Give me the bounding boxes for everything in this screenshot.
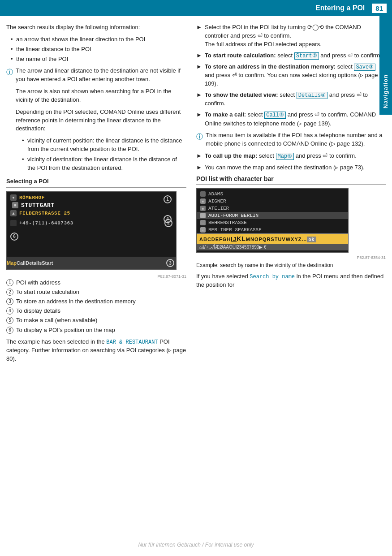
bullet-list: an arrow that shows the linear direction… xyxy=(6,35,186,64)
section-heading-poi-list: POI list with character bar xyxy=(196,175,386,182)
poi-list-row-berliner: ★ BERLINER SPARKASSE xyxy=(197,226,348,233)
arrow-item-2: ► To start route calculation: select Sta… xyxy=(196,52,386,60)
poi-bottom-bar-2: Back Save xyxy=(7,269,176,270)
poi-list-icon: ■ xyxy=(200,206,206,211)
num-circle-4: 4 xyxy=(6,307,13,315)
arrow-item-4: ► To show the detailed view: select Deta… xyxy=(196,91,386,108)
info-para-3: Depending on the POI selected, COMAND On… xyxy=(16,108,186,134)
arrow-text-3: To store an address in the destination m… xyxy=(205,63,386,88)
list-item: 5 To make a call (when available) xyxy=(6,316,186,324)
controller-icon: ⟳◯⟲ xyxy=(307,24,324,30)
num-circle-3: 3 xyxy=(6,298,13,305)
poi-image-ref: P82.87-8071-31 xyxy=(6,274,186,279)
poi-list-row-adams: ADAMS xyxy=(197,190,348,198)
poi-row-1: ● RÖMERHOF 1 xyxy=(10,194,172,201)
char-bar: ABCDEFGHIJKLMNOPQRSTUVWXYZ…ok xyxy=(197,233,348,244)
arrow-item-3: ► To store an address in the destination… xyxy=(196,63,386,88)
badge-2: 2 xyxy=(164,219,172,227)
item-text: To display details xyxy=(16,307,60,315)
right-column: ► Select the POI in the POI list by turn… xyxy=(194,23,386,367)
arrow-text-4: To show the detailed view: select Detail… xyxy=(205,91,386,108)
badge-6: 6 xyxy=(10,233,18,241)
poi-list-icon: □ xyxy=(200,220,206,225)
divider-2 xyxy=(196,184,386,185)
poi-row-icon-1: ● xyxy=(10,194,17,201)
item-text: To display a POI's position on the map xyxy=(16,326,115,334)
item-text: To start route calculation xyxy=(16,288,79,296)
highlight-search-by-name: Search by name xyxy=(250,274,295,280)
arrow-symbol: ► xyxy=(196,164,202,172)
header-title: Entering a POI xyxy=(315,4,365,12)
info-icon-2: ⓘ xyxy=(196,132,203,148)
page-number: 81 xyxy=(372,4,387,13)
poi-row-3: ▲ FILDERSTRASSE 25 4 xyxy=(10,210,172,216)
list-item: the name of the POI xyxy=(11,55,186,64)
sub-bullet-list: vicinity of current position: the linear… xyxy=(16,137,186,172)
info-text: The arrow and linear distance to the des… xyxy=(16,67,186,174)
arrow-item-6: ► To call up the map: select Map⑥ and pr… xyxy=(196,152,386,160)
poi-list-row-atelier: ■ ATELIER xyxy=(197,205,348,212)
arrow-list-2: ► To call up the map: select Map⑥ and pr… xyxy=(196,152,386,172)
num-circle-5: 5 xyxy=(6,317,13,324)
list-item: 1 POI with address xyxy=(6,279,186,287)
info-block-2: ⓘ This menu item is available if the POI… xyxy=(196,131,386,148)
poi-list-icon: ○ xyxy=(200,213,206,218)
poi-list-ref: P82.87-6354-31 xyxy=(196,255,386,260)
poi-list-text: ADAMS xyxy=(208,191,223,197)
list-item: 4 To display details xyxy=(6,307,186,315)
poi-list-text: AUDI-FORUM BERLIN xyxy=(208,213,258,218)
poi-list-text: BEHRENSTRASSE xyxy=(208,220,247,225)
code-call: Call⑤ xyxy=(264,112,286,119)
intro-paragraph: The search results display the following… xyxy=(6,23,186,32)
info-para-1: The arrow and linear distance to the des… xyxy=(16,67,186,84)
arrow-symbol: ► xyxy=(196,152,202,160)
poi-row-4: +49-(711)-6407363 2 xyxy=(10,219,172,227)
poi-list-image: ADAMS ■ AIGNER ■ ATELIER ○ AUDI-FORUM BE… xyxy=(196,188,349,253)
numbered-items-list: 1 POI with address 2 To start route calc… xyxy=(6,279,186,334)
poi-row-icon-3: ▲ xyxy=(10,210,17,216)
poi-row-text-2: STUTTGART xyxy=(21,202,55,209)
arrow-text-5: To make a call: select Call⑤ and press ⏎… xyxy=(205,111,386,128)
arrow-item-5: ► To make a call: select Call⑤ and press… xyxy=(196,111,386,128)
arrow-symbol: ► xyxy=(196,91,202,108)
arrow-text-7: You can move the map and select the dest… xyxy=(205,164,365,172)
list-item: 6 To display a POI's position on the map xyxy=(6,326,186,334)
poi-row-text-3: FILDERSTRASSE 25 xyxy=(19,211,70,216)
divider-1 xyxy=(6,187,186,188)
arrow-symbol: ► xyxy=(196,63,202,88)
list-item: 2 To start route calculation xyxy=(6,288,186,296)
info-text-2: This menu item is available if the POI h… xyxy=(206,131,386,148)
list-item: an arrow that shows the linear direction… xyxy=(11,35,186,44)
list-item: 3 To store an address in the destination… xyxy=(6,297,186,306)
arrow-text-6: To call up the map: select Map⑥ and pres… xyxy=(205,152,357,160)
arrow-symbol: ► xyxy=(196,52,202,60)
nav-tab: Navigation xyxy=(379,16,392,115)
poi-list-caption-text: Example: search by name in the vicinity … xyxy=(196,262,386,269)
poi-row-icon-4 xyxy=(10,220,17,226)
watermark: Nur für internen Gebrauch / For internal… xyxy=(0,542,392,548)
arrow-item-7: ► You can move the map and select the de… xyxy=(196,164,386,172)
num-circle-1: 1 xyxy=(6,279,13,286)
left-column: The search results display the following… xyxy=(6,23,194,367)
poi-list-note: If you have selected Search by name in t… xyxy=(196,272,386,289)
highlight-bar-restaurant: BAR & RESTAURANT xyxy=(106,339,158,345)
example-paragraph: The example has been selected in the BAR… xyxy=(6,338,186,363)
poi-btn-call: Call xyxy=(17,260,26,266)
info-icon: ⓘ xyxy=(6,67,13,174)
badge-1: 1 xyxy=(164,195,172,203)
item-text: To store an address in the destination m… xyxy=(16,297,136,306)
poi-list-text: AIGNER xyxy=(208,198,226,204)
sub-list-item: vicinity of current position: the linear… xyxy=(22,137,186,154)
code-map: Map⑥ xyxy=(276,153,294,160)
bold-prefix: To start route calculation: xyxy=(205,52,276,59)
badge-3: 3 xyxy=(166,259,174,267)
poi-row-text-4: +49-(711)-6407363 xyxy=(19,220,73,226)
main-content: The search results display the following… xyxy=(0,16,392,371)
info-block-1: ⓘ The arrow and linear distance to the d… xyxy=(6,67,186,174)
poi-list-icon xyxy=(200,191,206,197)
item-text: POI with address xyxy=(16,279,60,287)
code-save: Save③ xyxy=(354,64,375,71)
arrow-symbol: ► xyxy=(196,23,202,49)
poi-bottom-bar: Map Call Details Start 3 xyxy=(7,257,176,269)
arrow-list-main: ► Select the POI in the POI list by turn… xyxy=(196,23,386,128)
